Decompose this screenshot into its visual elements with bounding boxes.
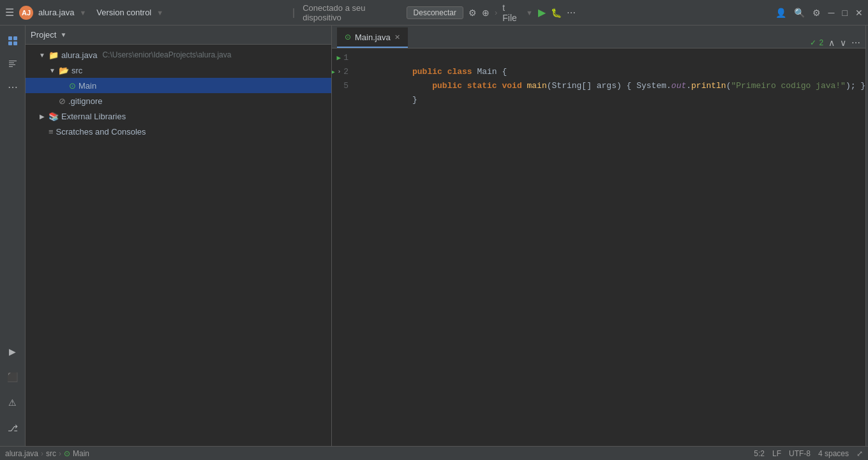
tree-label-gitignore: .gitignore xyxy=(68,96,102,106)
tree-item-alura-java[interactable]: ▼ 📁 alura.java C:\Users\enior\IdeaProjec… xyxy=(26,47,331,63)
breadcrumb-main[interactable]: Main xyxy=(73,449,89,458)
status-right: 5:2 LF UTF-8 4 spaces ⤢ xyxy=(754,449,863,458)
svg-rect-1 xyxy=(13,36,17,40)
tab-close-icon[interactable]: ✕ xyxy=(394,33,400,41)
tree-arrow-src: ▼ xyxy=(49,66,56,74)
main-content: ⋯ ▶ ⬛ ⚠ ⎇ Project ▼ ▼ 📁 alura.java C:\Us… xyxy=(0,26,868,446)
tree-item-src[interactable]: ▼ 📂 src xyxy=(26,63,331,78)
sidebar-item-structure[interactable] xyxy=(3,54,23,74)
line-num-5: 5 xyxy=(332,79,352,93)
java-file-icon: ⊙ xyxy=(69,81,76,91)
breadcrumb-sep-1: › xyxy=(41,449,43,458)
tree-label-main: Main xyxy=(79,81,96,91)
vc-dropdown-icon[interactable]: ▼ xyxy=(156,9,163,17)
run-gutter-2[interactable]: ▶ xyxy=(332,65,335,79)
tree-item-external-libs[interactable]: ▶ 📚 External Libraries xyxy=(26,108,331,124)
check-badge: ✓ 2 xyxy=(810,38,823,47)
expand-status-icon[interactable]: ⤢ xyxy=(857,449,863,458)
expand-icon[interactable]: ∨ xyxy=(840,38,846,48)
tab-main-java[interactable]: ⊙ Main.java ✕ xyxy=(337,27,408,48)
tree-path-alura: C:\Users\enior\IdeaProjects\alura.java xyxy=(102,50,231,59)
tree-label-src: src xyxy=(71,66,82,75)
tree-label-alura: alura.java xyxy=(61,50,97,60)
disconnect-button[interactable]: Desconectar xyxy=(407,6,463,19)
file-label[interactable]: t File xyxy=(502,3,521,23)
editor-more-icon[interactable]: ⋯ xyxy=(851,38,860,48)
libs-icon: 📚 xyxy=(49,112,59,121)
project-name[interactable]: alura.java xyxy=(38,8,74,17)
sidebar-item-extra[interactable]: ⋯ xyxy=(3,77,23,97)
line-numbers: ▶ 1 ▶ › 2 5 xyxy=(332,51,357,443)
left-sidebar: ⋯ ▶ ⬛ ⚠ ⎇ xyxy=(0,26,26,446)
tree-item-scratches[interactable]: ≡ Scratches and Consoles xyxy=(26,124,331,139)
line-ending[interactable]: LF xyxy=(772,449,781,458)
gear-icon[interactable]: ⚙ xyxy=(812,8,821,18)
editor-tabs: ⊙ Main.java ✕ ✓ 2 ∧ ∨ ⋯ xyxy=(332,26,865,48)
device-icon[interactable]: ⊕ xyxy=(482,8,490,18)
title-bar-right: 👤 🔍 ⚙ ─ □ ✕ xyxy=(580,8,863,18)
menu-icon[interactable]: ☰ xyxy=(5,6,14,19)
search-icon[interactable]: 🔍 xyxy=(794,8,805,18)
avatar: AJ xyxy=(19,6,33,20)
cursor-position[interactable]: 5:2 xyxy=(754,449,765,458)
svg-rect-0 xyxy=(8,36,12,40)
breadcrumb-sep-2: › xyxy=(59,449,61,458)
status-bar: alura.java › src › ⊙ Main 5:2 LF UTF-8 4… xyxy=(0,446,868,460)
file-dropdown-icon[interactable]: ▼ xyxy=(526,9,533,17)
minimize-icon[interactable]: ─ xyxy=(828,8,835,18)
tree-spacer-main xyxy=(59,82,66,89)
breadcrumb-java-icon: ⊙ xyxy=(64,449,70,458)
more-options-icon[interactable]: ⋯ xyxy=(567,8,576,18)
collapse-icon[interactable]: ∧ xyxy=(828,38,835,48)
close-icon[interactable]: ✕ xyxy=(855,8,863,18)
pipe-separator: | xyxy=(292,7,295,19)
maximize-icon[interactable]: □ xyxy=(842,8,848,18)
svg-rect-3 xyxy=(13,41,17,45)
status-left: alura.java › src › ⊙ Main xyxy=(5,449,749,458)
user-icon[interactable]: 👤 xyxy=(775,8,786,18)
breadcrumb: alura.java › src › ⊙ Main xyxy=(5,449,89,458)
code-lines: public class Main { public static void m… xyxy=(357,51,865,443)
project-dropdown-icon[interactable]: ▼ xyxy=(79,9,86,17)
tab-java-icon: ⊙ xyxy=(345,33,351,41)
run-gutter-1[interactable]: ▶ xyxy=(337,51,341,65)
terminal-icon[interactable]: ⬛ xyxy=(3,367,23,387)
project-tree: ▼ 📁 alura.java C:\Users\enior\IdeaProjec… xyxy=(26,45,331,446)
encoding[interactable]: UTF-8 xyxy=(789,449,811,458)
run-icon[interactable]: ▶ xyxy=(538,6,546,19)
project-dropdown-chevron[interactable]: ▼ xyxy=(60,31,66,38)
tree-arrow-alura: ▼ xyxy=(38,51,46,59)
title-bar: ☰ AJ alura.java ▼ Version control ▼ | Co… xyxy=(0,0,868,26)
scratches-icon: ≡ xyxy=(49,127,54,137)
git-icon[interactable]: ⎇ xyxy=(3,418,23,438)
line-num-1: ▶ 1 xyxy=(332,51,352,65)
tree-spacer-scratches xyxy=(38,128,46,135)
breadcrumb-src[interactable]: src xyxy=(46,449,56,458)
connected-status: Conectado a seu dispositivo xyxy=(303,3,401,22)
separator: › xyxy=(495,8,497,17)
svg-rect-2 xyxy=(8,41,12,45)
tree-item-main[interactable]: ⊙ Main xyxy=(26,78,331,93)
problems-icon[interactable]: ⚠ xyxy=(3,392,23,413)
tree-item-gitignore[interactable]: ⊘ .gitignore xyxy=(26,93,331,108)
run-configs-icon[interactable]: ▶ xyxy=(3,341,23,362)
tree-spacer-gitignore xyxy=(49,97,56,105)
tree-label-scratches: Scratches and Consoles xyxy=(56,127,146,137)
check-count: 2 xyxy=(819,38,823,47)
title-bar-left: ☰ AJ alura.java ▼ Version control ▼ xyxy=(5,6,288,20)
sidebar-bottom: ▶ ⬛ ⚠ ⎇ xyxy=(3,341,23,446)
code-line-1: public class Main { xyxy=(363,51,865,65)
editor-area: ⊙ Main.java ✕ ✓ 2 ∧ ∨ ⋯ ▶ 1 xyxy=(332,26,865,446)
tree-arrow-libs: ▶ xyxy=(38,112,46,120)
indent-style[interactable]: 4 spaces xyxy=(818,449,849,458)
debug-icon[interactable]: 🐛 xyxy=(551,8,562,18)
src-folder-icon: 📂 xyxy=(59,66,69,75)
settings-icon[interactable]: ⚙ xyxy=(468,8,477,18)
sidebar-item-project[interactable] xyxy=(3,31,23,51)
version-control-label[interactable]: Version control xyxy=(96,8,151,17)
tab-label: Main.java xyxy=(355,33,391,42)
breadcrumb-project[interactable]: alura.java xyxy=(5,449,38,458)
right-sidebar: 🔔 ✦ xyxy=(865,26,868,446)
editor-code[interactable]: ▶ 1 ▶ › 2 5 public class Main { xyxy=(332,48,865,446)
checkmark-icon: ✓ xyxy=(810,38,816,47)
